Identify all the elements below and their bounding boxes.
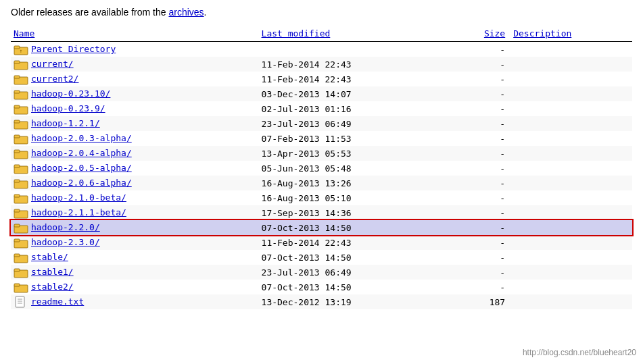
file-size-cell: - [457, 72, 510, 86]
file-link[interactable]: stable/ [31, 252, 68, 262]
file-date-cell: 07-Oct-2013 14:50 [259, 250, 457, 265]
file-link[interactable]: readme.txt [31, 296, 84, 307]
file-size-cell: - [457, 146, 510, 161]
file-date-cell: 05-Jun-2013 05:48 [259, 161, 457, 176]
file-link[interactable]: hadoop-0.23.10/ [31, 88, 110, 99]
col-header-description[interactable]: Description [510, 26, 632, 42]
file-link[interactable]: hadoop-2.0.3-alpha/ [31, 133, 132, 143]
table-row: hadoop-2.1.0-beta/16-Aug-2013 05:10- [11, 190, 632, 205]
file-name-cell: hadoop-2.0.3-alpha/ [11, 131, 259, 146]
file-size-cell: - [457, 190, 510, 205]
svg-rect-18 [14, 165, 20, 167]
svg-rect-4 [14, 61, 20, 63]
svg-rect-35 [16, 296, 24, 307]
svg-rect-6 [14, 76, 20, 78]
table-row: stable2/07-Oct-2013 14:50- [11, 280, 632, 294]
col-header-size[interactable]: Size [457, 26, 510, 42]
file-size-cell: 187 [457, 294, 510, 309]
file-name-cell: hadoop-0.23.9/ [11, 101, 259, 116]
file-size-cell: - [457, 161, 510, 176]
col-header-name[interactable]: Name [11, 26, 259, 42]
table-header-row: Name Last modified Size Description [11, 26, 632, 42]
file-desc-cell [510, 265, 632, 280]
svg-rect-28 [14, 239, 20, 242]
file-link[interactable]: hadoop-2.3.0/ [31, 237, 100, 247]
file-link[interactable]: Parent Directory [31, 44, 116, 54]
file-link[interactable]: hadoop-2.0.4-alpha/ [31, 148, 132, 158]
file-date-cell: 11-Feb-2014 22:43 [259, 57, 457, 72]
file-desc-cell [510, 161, 632, 176]
svg-rect-12 [14, 120, 20, 123]
file-desc-cell [510, 57, 632, 72]
folder-icon [14, 58, 28, 70]
file-size-cell: - [457, 176, 510, 190]
svg-rect-22 [14, 194, 20, 197]
file-link[interactable]: stable2/ [31, 282, 74, 292]
file-date-cell [259, 42, 457, 57]
file-desc-cell [510, 250, 632, 265]
table-row: hadoop-0.23.10/03-Dec-2013 14:07- [11, 86, 632, 101]
svg-rect-30 [14, 254, 20, 257]
file-date-cell: 02-Jul-2013 01:16 [259, 101, 457, 116]
file-name-cell: hadoop-2.0.5-alpha/ [11, 161, 259, 176]
svg-rect-26 [14, 224, 20, 227]
file-link[interactable]: hadoop-2.1.0-beta/ [31, 192, 126, 203]
file-date-cell: 11-Feb-2014 22:43 [259, 235, 457, 250]
file-name-cell: hadoop-0.23.10/ [11, 86, 259, 101]
file-desc-cell [510, 190, 632, 205]
folder-icon [14, 73, 28, 85]
file-date-cell: 17-Sep-2013 14:36 [259, 205, 457, 220]
file-link[interactable]: hadoop-2.2.0/ [31, 222, 100, 232]
file-name-cell: hadoop-2.2.0/ [11, 220, 259, 235]
file-link[interactable]: current2/ [31, 74, 78, 84]
file-link[interactable]: current/ [31, 59, 74, 69]
table-row: hadoop-2.1.1-beta/17-Sep-2013 14:36- [11, 205, 632, 220]
folder-icon [14, 88, 28, 100]
file-size-cell: - [457, 235, 510, 250]
file-desc-cell [510, 220, 632, 235]
file-date-cell: 23-Jul-2013 06:49 [259, 265, 457, 280]
file-name-cell: hadoop-2.0.6-alpha/ [11, 176, 259, 190]
folder-icon [14, 132, 28, 145]
svg-rect-8 [14, 90, 20, 93]
file-size-cell: - [457, 86, 510, 101]
folder-icon [14, 147, 28, 159]
table-row: hadoop-0.23.9/02-Jul-2013 01:16- [11, 101, 632, 116]
file-name-cell: current/ [11, 57, 259, 72]
file-name-cell: current2/ [11, 72, 259, 86]
table-row: hadoop-2.0.4-alpha/13-Apr-2013 05:53- [11, 146, 632, 161]
col-header-last-modified[interactable]: Last modified [259, 26, 457, 42]
folder-icon [14, 251, 28, 263]
table-row: hadoop-2.2.0/07-Oct-2013 14:50- [11, 220, 632, 235]
svg-rect-14 [14, 135, 20, 138]
file-link[interactable]: stable1/ [31, 267, 74, 277]
file-name-cell: ↑ Parent Directory [11, 42, 259, 57]
table-row: stable/07-Oct-2013 14:50- [11, 250, 632, 265]
file-size-cell: - [457, 265, 510, 280]
folder-icon [14, 177, 28, 189]
parent-dir-icon: ↑ [14, 43, 28, 55]
file-desc-cell [510, 146, 632, 161]
file-link[interactable]: hadoop-0.23.9/ [31, 103, 105, 113]
file-size-cell: - [457, 250, 510, 265]
svg-rect-16 [14, 150, 20, 153]
folder-icon [14, 281, 28, 293]
file-link[interactable]: hadoop-2.0.6-alpha/ [31, 178, 132, 188]
table-row: stable1/23-Jul-2013 06:49- [11, 265, 632, 280]
file-link[interactable]: hadoop-1.2.1/ [31, 118, 100, 128]
table-row: ↑ Parent Directory- [11, 42, 632, 57]
table-row: hadoop-2.3.0/11-Feb-2014 22:43- [11, 235, 632, 250]
archives-link[interactable]: archives [168, 7, 204, 18]
file-link[interactable]: hadoop-2.0.5-alpha/ [31, 163, 132, 173]
file-date-cell: 13-Apr-2013 05:53 [259, 146, 457, 161]
folder-icon [14, 222, 28, 234]
file-size-cell: - [457, 220, 510, 235]
file-name-cell: hadoop-2.0.4-alpha/ [11, 146, 259, 161]
folder-icon [14, 118, 28, 130]
file-name-cell: hadoop-2.3.0/ [11, 235, 259, 250]
file-link[interactable]: hadoop-2.1.1-beta/ [31, 207, 126, 217]
file-name-cell: stable2/ [11, 280, 259, 294]
file-name-cell: hadoop-1.2.1/ [11, 116, 259, 131]
file-size-cell: - [457, 116, 510, 131]
file-desc-cell [510, 72, 632, 86]
